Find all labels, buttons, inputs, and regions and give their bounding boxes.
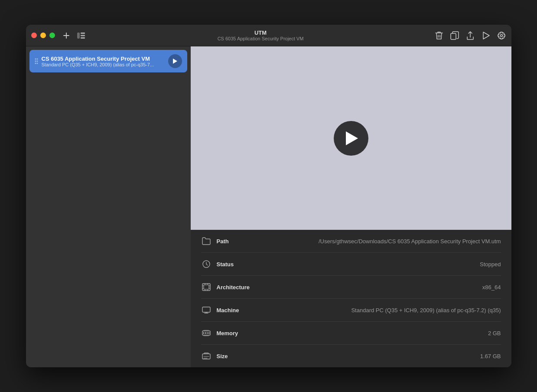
delete-button[interactable] bbox=[434, 31, 444, 40]
settings-button[interactable] bbox=[497, 31, 506, 40]
memory-row: Memory 2 GB bbox=[201, 322, 501, 345]
vm-subtitle: CS 6035 Application Security Project VM bbox=[218, 36, 304, 41]
drag-handle-icon bbox=[35, 58, 38, 64]
svg-rect-20 bbox=[208, 332, 209, 334]
info-panel: Path /Users/gthwsec/Downloads/CS 6035 Ap… bbox=[191, 230, 511, 367]
sidebar-toggle-button[interactable] bbox=[75, 29, 87, 42]
vm-preview bbox=[191, 46, 511, 230]
path-row: Path /Users/gthwsec/Downloads/CS 6035 Ap… bbox=[201, 230, 501, 253]
svg-rect-17 bbox=[203, 332, 204, 334]
play-button[interactable] bbox=[481, 31, 491, 40]
maximize-button[interactable] bbox=[49, 33, 55, 38]
vm-list-item[interactable]: CS 6035 Application Security Project VM … bbox=[29, 50, 187, 72]
svg-rect-1 bbox=[81, 33, 85, 34]
svg-rect-0 bbox=[77, 33, 80, 39]
status-label: Status bbox=[217, 261, 269, 268]
svg-point-6 bbox=[35, 59, 36, 60]
right-panel: Path /Users/gthwsec/Downloads/CS 6035 Ap… bbox=[191, 46, 511, 367]
titlebar-actions bbox=[434, 31, 506, 40]
preview-play-button[interactable] bbox=[334, 121, 368, 156]
size-value: 1.67 GB bbox=[269, 353, 501, 359]
path-icon bbox=[201, 236, 212, 246]
share-button[interactable] bbox=[465, 31, 475, 40]
status-row: Status Stopped bbox=[201, 253, 501, 276]
clone-button[interactable] bbox=[450, 31, 459, 40]
svg-point-5 bbox=[500, 34, 502, 36]
machine-icon bbox=[201, 305, 212, 315]
vm-item-info: CS 6035 Application Security Project VM … bbox=[42, 56, 165, 67]
status-value: Stopped bbox=[269, 261, 501, 268]
svg-rect-19 bbox=[207, 332, 208, 334]
svg-point-10 bbox=[35, 63, 36, 64]
svg-rect-3 bbox=[81, 37, 85, 39]
path-value: /Users/gthwsec/Downloads/CS 6035 Applica… bbox=[269, 238, 501, 245]
svg-point-11 bbox=[36, 63, 38, 64]
main-content: CS 6035 Application Security Project VM … bbox=[26, 46, 511, 367]
add-vm-button[interactable] bbox=[60, 29, 72, 42]
architecture-icon bbox=[201, 282, 212, 292]
svg-rect-4 bbox=[451, 33, 456, 39]
machine-row: Machine Standard PC (Q35 + ICH9, 2009) (… bbox=[201, 299, 501, 322]
svg-point-9 bbox=[36, 61, 38, 62]
app-title: UTM bbox=[254, 29, 267, 36]
svg-rect-18 bbox=[205, 332, 206, 334]
size-label: Size bbox=[217, 353, 269, 359]
svg-rect-2 bbox=[81, 35, 85, 36]
close-button[interactable] bbox=[31, 33, 37, 38]
architecture-value: x86_64 bbox=[269, 284, 501, 291]
minimize-button[interactable] bbox=[40, 33, 46, 38]
path-label: Path bbox=[217, 238, 269, 245]
memory-label: Memory bbox=[217, 330, 269, 336]
memory-icon bbox=[201, 328, 212, 338]
svg-point-8 bbox=[35, 61, 36, 62]
architecture-row: Architecture x86_64 bbox=[201, 276, 501, 299]
status-icon bbox=[201, 259, 212, 269]
svg-rect-14 bbox=[204, 285, 209, 289]
architecture-label: Architecture bbox=[217, 284, 269, 291]
size-icon bbox=[201, 351, 212, 361]
memory-value: 2 GB bbox=[269, 330, 501, 336]
traffic-lights bbox=[31, 33, 55, 38]
vm-item-name: CS 6035 Application Security Project VM bbox=[42, 56, 165, 62]
size-row: Size 1.67 GB bbox=[201, 345, 501, 367]
titlebar: UTM CS 6035 Application Security Project… bbox=[26, 25, 511, 46]
main-window: UTM CS 6035 Application Security Project… bbox=[26, 25, 511, 367]
machine-value: Standard PC (Q35 + ICH9, 2009) (alias of… bbox=[269, 307, 501, 314]
titlebar-center: UTM CS 6035 Application Security Project… bbox=[87, 29, 434, 41]
machine-label: Machine bbox=[217, 307, 269, 314]
svg-rect-15 bbox=[202, 307, 210, 312]
vm-item-subtitle: Standard PC (Q35 + ICH9, 2009) (alias of… bbox=[42, 62, 165, 67]
sidebar: CS 6035 Application Security Project VM … bbox=[26, 46, 191, 367]
svg-point-7 bbox=[36, 59, 38, 60]
vm-item-play-button[interactable] bbox=[168, 54, 182, 68]
